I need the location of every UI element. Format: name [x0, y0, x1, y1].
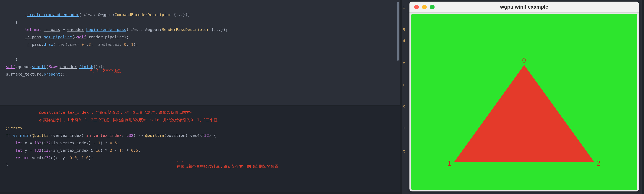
code-line: fn vs_main(@builtin(vertex_index) in_ver…	[6, 133, 216, 138]
right-output-column: i 5 d e r c m t wgpu winit example 0 1 2	[402, 0, 642, 194]
rust-code-panel: .create_command_encoder( desc: &wgpu::Co…	[0, 0, 400, 105]
annotation-line: 0、1、2三个顶点	[90, 67, 121, 74]
gutter-char: c	[403, 104, 405, 108]
render-canvas: 0 1 2	[411, 14, 637, 190]
gutter-char: r	[403, 82, 405, 87]
app-window: wgpu winit example 0 1 2	[410, 1, 639, 192]
annotation-line: 在顶点着色器中经过计算，得到某个索引的顶点期望的位置	[176, 163, 278, 170]
window-titlebar[interactable]: wgpu winit example	[410, 1, 639, 12]
triangle-shape	[411, 14, 637, 190]
scrollbar-thumb[interactable]	[397, 2, 399, 61]
scrollbar[interactable]	[396, 0, 399, 105]
gutter-char: m	[403, 125, 405, 130]
maximize-icon[interactable]	[430, 5, 434, 9]
code-line: let y = f32(i32(in_vertex_index & 1u) * …	[6, 148, 140, 153]
minimize-icon[interactable]	[422, 5, 427, 9]
code-line: _r_pass.set_pipeline(&self.render_pipeli…	[6, 35, 129, 39]
vertex-label-1: 1	[447, 159, 451, 167]
code-line: }	[6, 163, 8, 168]
code-line: let x = f32(i32(in_vertex_index) - 1) * …	[6, 141, 119, 145]
annotation-line: @builtin(vertex_index), 告诉渲染管线，运行顶点着色器时，…	[39, 109, 194, 116]
code-line: surface_texture.present();	[6, 72, 67, 77]
vertex-label-0: 0	[522, 56, 526, 64]
code-line: return vec4<f32>(x, y, 0.0, 1.0);	[6, 156, 93, 160]
traffic-lights	[414, 5, 434, 9]
gutter-char: t	[403, 149, 405, 154]
gutter-char: e	[403, 61, 405, 65]
code-line: }	[6, 57, 18, 62]
left-code-column: .create_command_encoder( desc: &wgpu::Co…	[0, 0, 400, 194]
code-line: @vertex	[6, 126, 22, 130]
gutter-char: 5	[403, 27, 405, 32]
gutter-char: i	[403, 5, 405, 10]
annotation-line: 在实际运行中，由于有0、1、2三个顶点，因此会调用3次该vs_main，并依次传…	[39, 116, 218, 124]
svg-marker-0	[454, 65, 594, 162]
window-title: wgpu winit example	[410, 4, 639, 10]
wgsl-code-panel: @builtin(vertex_index), 告诉渲染管线，运行顶点着色器时，…	[0, 106, 400, 192]
gutter-char: d	[403, 38, 405, 43]
vertex-label-2: 2	[596, 159, 600, 167]
code-line: .create_command_encoder( desc: &wgpu::Co…	[6, 12, 190, 17]
code-line: {	[6, 20, 18, 24]
code-line: let mut _r_pass = encoder.begin_render_p…	[6, 27, 228, 32]
close-icon[interactable]	[414, 5, 419, 9]
code-line: _r_pass.draw( vertices: 0..3, instances:…	[6, 42, 138, 47]
